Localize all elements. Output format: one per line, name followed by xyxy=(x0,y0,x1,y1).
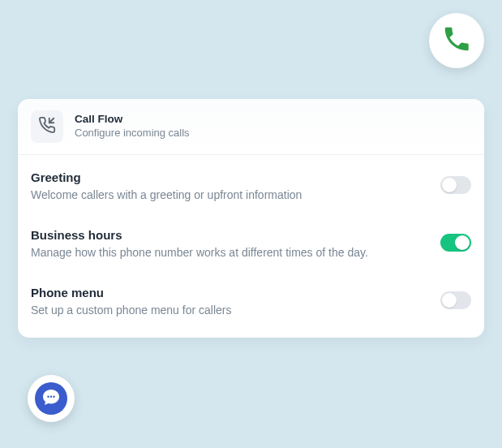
row-phone-menu: Phone menu Set up a custom phone menu fo… xyxy=(18,270,484,328)
row-label: Business hours xyxy=(31,227,368,243)
row-desc: Welcome callers with a greeting or upfro… xyxy=(31,187,302,204)
row-text: Business hours Manage how this phone num… xyxy=(31,227,368,261)
chat-inner xyxy=(35,382,67,415)
svg-point-1 xyxy=(50,396,52,398)
phone-icon xyxy=(441,24,472,58)
call-flow-card: Call Flow Configure incoming calls Greet… xyxy=(18,99,484,338)
row-desc: Set up a custom phone menu for callers xyxy=(31,303,231,319)
phone-badge xyxy=(429,13,484,68)
chat-button[interactable] xyxy=(28,375,75,422)
svg-point-2 xyxy=(53,396,54,398)
toggle-greeting[interactable] xyxy=(440,176,471,194)
row-business-hours: Business hours Manage how this phone num… xyxy=(18,213,484,270)
toggle-knob xyxy=(442,293,457,308)
row-greeting: Greeting Welcome callers with a greeting… xyxy=(18,155,484,213)
toggle-knob xyxy=(442,178,457,192)
card-subtitle: Configure incoming calls xyxy=(75,127,190,140)
chat-icon xyxy=(41,387,61,410)
toggle-phone-menu[interactable] xyxy=(440,291,471,309)
row-text: Phone menu Set up a custom phone menu fo… xyxy=(31,285,231,318)
svg-point-0 xyxy=(47,396,49,398)
toggle-business-hours[interactable] xyxy=(440,234,471,252)
card-body: Greeting Welcome callers with a greeting… xyxy=(18,155,484,338)
row-text: Greeting Welcome callers with a greeting… xyxy=(31,170,302,203)
card-title: Call Flow xyxy=(75,113,190,127)
row-desc: Manage how this phone number works at di… xyxy=(31,245,368,261)
card-header: Call Flow Configure incoming calls xyxy=(18,99,484,155)
row-label: Phone menu xyxy=(31,285,231,301)
incoming-call-icon xyxy=(38,116,56,137)
header-text: Call Flow Configure incoming calls xyxy=(75,113,190,140)
toggle-knob xyxy=(455,235,470,250)
header-icon-box xyxy=(31,110,63,143)
row-label: Greeting xyxy=(31,170,302,186)
